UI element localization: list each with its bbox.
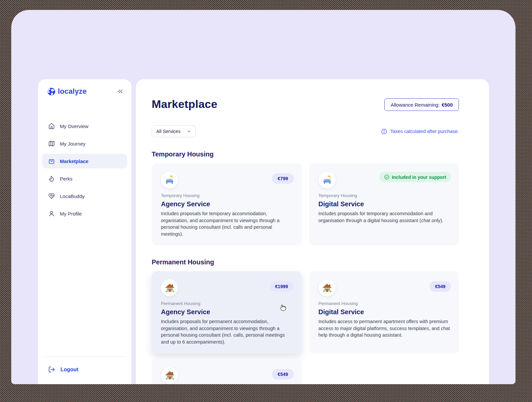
card-category: Permanent Housing xyxy=(319,301,451,306)
card-title: Digital Service xyxy=(319,308,451,316)
sidebar-item-my-overview[interactable]: My Overview xyxy=(42,119,127,133)
allowance-label: Allowance Remaining: xyxy=(391,102,439,108)
card-permanent-agency-service[interactable]: €1999 Permanent Housing Agency Service I… xyxy=(152,271,302,353)
temporary-housing-grid: €799 Temporary Housing Agency Service In… xyxy=(152,163,459,245)
card-avatar xyxy=(319,171,336,188)
user-icon xyxy=(48,210,55,217)
chevron-down-icon xyxy=(186,129,191,134)
card-description: Includes access to permanent apartment o… xyxy=(319,318,451,339)
logout-icon xyxy=(48,366,55,373)
card-category: Temporary Housing xyxy=(161,193,294,198)
card-category: Permanent Housing xyxy=(161,301,294,306)
check-circle-icon xyxy=(384,174,390,180)
card-description: Includes proposals for temporary accommo… xyxy=(161,210,294,237)
section-heading-permanent-housing: Permanent Housing xyxy=(152,258,459,266)
allowance-value: €500 xyxy=(442,102,453,108)
section-heading-temporary-housing: Temporary Housing xyxy=(152,151,459,158)
logout-button[interactable]: Logout xyxy=(42,366,127,373)
home-icon xyxy=(48,123,55,129)
couch-icon xyxy=(322,175,332,185)
card-temporary-digital-service[interactable]: Included in your support Temporary Housi… xyxy=(309,163,459,245)
card-description: Includes proposals for temporary accommo… xyxy=(319,210,451,224)
main-panel: Marketplace Allowance Remaining: €500 Al… xyxy=(136,79,489,384)
price-badge: €549 xyxy=(272,369,293,380)
price-badge: €549 xyxy=(430,281,451,292)
card-avatar xyxy=(319,279,336,296)
sidebar-item-my-profile[interactable]: My Profile xyxy=(42,206,127,221)
card-avatar xyxy=(161,171,178,188)
house-icon xyxy=(164,283,175,293)
sidebar-item-label: Marketplace xyxy=(60,158,89,164)
services-filter-value: All Services xyxy=(156,129,180,134)
house-icon xyxy=(322,283,332,293)
tax-note: Taxes calculated after purchase. xyxy=(381,128,459,135)
sidebar-item-my-journey[interactable]: My Journey xyxy=(42,136,127,151)
price-badge: €799 xyxy=(272,173,293,184)
allowance-remaining-button[interactable]: Allowance Remaining: €500 xyxy=(384,98,459,111)
included-badge-text: Included in your support xyxy=(392,175,446,180)
sidebar: localyze My Overview My Journey Marketpl… xyxy=(38,79,132,384)
card-title: Agency Service xyxy=(161,200,294,208)
logout-label: Logout xyxy=(60,367,78,373)
card-description: Includes proposals for permanent accommo… xyxy=(161,318,294,345)
sidebar-item-label: LocaBuddy xyxy=(60,193,85,199)
brand-name: localyze xyxy=(58,87,87,96)
flame-icon xyxy=(48,175,55,182)
card-temporary-agency-service[interactable]: €799 Temporary Housing Agency Service In… xyxy=(152,163,302,245)
globe-icon xyxy=(47,87,56,96)
sidebar-item-marketplace[interactable]: Marketplace xyxy=(42,154,127,168)
card-category: Temporary Housing xyxy=(319,193,451,198)
sidebar-item-perks[interactable]: Perks xyxy=(42,171,127,186)
card-title: Agency Service xyxy=(161,308,294,316)
sidebar-item-label: Perks xyxy=(60,176,72,182)
price-badge: €1999 xyxy=(270,281,294,292)
sidebar-item-locabuddy[interactable]: LocaBuddy xyxy=(42,189,127,203)
couch-icon xyxy=(164,175,175,185)
info-icon xyxy=(381,128,387,135)
card-title: Digital Service xyxy=(319,200,451,208)
heart-handshake-icon xyxy=(48,193,55,199)
card-permanent-housing-setup[interactable]: €549 Permanent Housing Housing Setup Inc… xyxy=(152,359,302,384)
map-icon xyxy=(48,140,55,147)
chevrons-left-icon[interactable] xyxy=(117,88,124,95)
sidebar-divider xyxy=(43,356,126,357)
services-filter-dropdown[interactable]: All Services xyxy=(152,125,196,137)
house-icon xyxy=(164,370,175,381)
sidebar-item-label: My Profile xyxy=(60,211,82,217)
card-permanent-digital-service[interactable]: €549 Permanent Housing Digital Service I… xyxy=(309,271,459,353)
included-badge: Included in your support xyxy=(379,172,451,182)
page-title: Marketplace xyxy=(152,98,217,111)
sidebar-item-label: My Journey xyxy=(60,141,86,147)
sidebar-nav: My Overview My Journey Marketplace Perks… xyxy=(42,119,127,221)
permanent-housing-grid: €1999 Permanent Housing Agency Service I… xyxy=(152,271,459,384)
card-avatar xyxy=(161,367,178,384)
tax-note-text: Taxes calculated after purchase. xyxy=(390,129,459,134)
card-avatar xyxy=(161,279,178,296)
sidebar-item-label: My Overview xyxy=(60,123,89,129)
brand-logo[interactable]: localyze xyxy=(47,87,87,96)
shopping-bag-icon xyxy=(48,158,55,164)
